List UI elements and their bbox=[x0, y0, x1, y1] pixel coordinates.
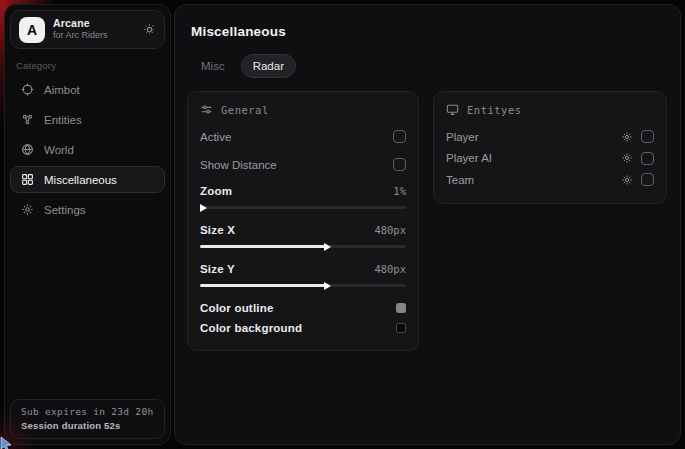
sidebar-item-label: Miscellaneous bbox=[44, 174, 117, 186]
active-row: Active bbox=[200, 126, 406, 147]
player-ai-label: Player AI bbox=[446, 152, 621, 164]
globe-icon bbox=[21, 143, 34, 156]
general-panel-title: General bbox=[221, 104, 269, 116]
monitor-icon bbox=[446, 103, 459, 116]
grid-icon bbox=[21, 173, 34, 186]
player-row: Player bbox=[446, 126, 654, 148]
team-checkbox[interactable] bbox=[641, 173, 654, 186]
zoom-value: 1% bbox=[393, 185, 406, 197]
entities-panel-header: Entityes bbox=[446, 103, 654, 116]
size-x-slider-fill bbox=[200, 245, 326, 248]
sidebar-item-miscellaneous[interactable]: Miscellaneous bbox=[10, 166, 165, 193]
main-panel: Miscellaneous Misc Radar General Active bbox=[174, 4, 681, 445]
subscription-status-card: Sub expires in 23d 20h Session duration … bbox=[10, 399, 165, 439]
tab-misc[interactable]: Misc bbox=[189, 54, 237, 78]
size-y-slider[interactable] bbox=[200, 284, 406, 287]
player-ai-checkbox[interactable] bbox=[641, 152, 654, 165]
size-x-row: Size X 480px bbox=[200, 219, 406, 240]
gear-icon[interactable] bbox=[621, 131, 633, 143]
general-panel-header: General bbox=[200, 103, 406, 116]
session-duration-text: Session duration 52s bbox=[21, 420, 154, 431]
app-name: Arcane bbox=[53, 17, 108, 30]
size-x-label: Size X bbox=[200, 224, 235, 236]
sub-expires-text: Sub expires in 23d 20h bbox=[21, 406, 154, 417]
team-row: Team bbox=[446, 169, 654, 191]
app-logo: A bbox=[19, 17, 45, 43]
size-y-value: 480px bbox=[374, 263, 406, 275]
color-background-swatch[interactable] bbox=[396, 323, 406, 333]
player-checkbox[interactable] bbox=[641, 130, 654, 143]
sidebar-nav: Aimbot Entities World bbox=[5, 76, 170, 223]
gear-icon[interactable] bbox=[621, 174, 633, 186]
zoom-slider-thumb[interactable] bbox=[200, 204, 207, 212]
color-background-label: Color background bbox=[200, 322, 302, 334]
player-ai-row: Player AI bbox=[446, 148, 654, 170]
zoom-slider[interactable] bbox=[200, 206, 406, 209]
gear-icon[interactable] bbox=[621, 152, 633, 164]
color-outline-swatch[interactable] bbox=[396, 303, 406, 313]
sidebar-item-label: Settings bbox=[44, 204, 86, 216]
cards-row: General Active Show Distance Zoom 1% bbox=[187, 91, 668, 351]
category-label: Category bbox=[16, 60, 159, 71]
sidebar-item-world[interactable]: World bbox=[10, 136, 165, 163]
size-y-slider-fill bbox=[200, 284, 326, 287]
size-x-slider[interactable] bbox=[200, 245, 406, 248]
sidebar-item-settings[interactable]: Settings bbox=[10, 196, 165, 223]
size-x-slider-thumb[interactable] bbox=[324, 243, 331, 251]
sidebar-item-label: World bbox=[44, 144, 74, 156]
active-label: Active bbox=[200, 131, 231, 143]
sidebar-item-label: Entities bbox=[44, 114, 82, 126]
tab-bar: Misc Radar bbox=[189, 54, 668, 78]
active-checkbox[interactable] bbox=[393, 130, 406, 143]
tab-radar[interactable]: Radar bbox=[241, 54, 296, 78]
sidebar-item-aimbot[interactable]: Aimbot bbox=[10, 76, 165, 103]
size-y-label: Size Y bbox=[200, 263, 235, 275]
entities-panel-title: Entityes bbox=[467, 104, 522, 116]
app-window: A Arcane for Arc Riders Category bbox=[0, 0, 685, 449]
size-y-slider-thumb[interactable] bbox=[324, 282, 331, 290]
color-outline-row: Color outline bbox=[200, 297, 406, 318]
team-label: Team bbox=[446, 174, 621, 186]
crosshair-icon bbox=[21, 83, 34, 96]
show-distance-label: Show Distance bbox=[200, 159, 277, 171]
zoom-row: Zoom 1% bbox=[200, 180, 406, 201]
app-titles: Arcane for Arc Riders bbox=[53, 17, 108, 41]
app-subtitle: for Arc Riders bbox=[53, 30, 108, 41]
show-distance-row: Show Distance bbox=[200, 154, 406, 175]
player-label: Player bbox=[446, 131, 621, 143]
show-distance-checkbox[interactable] bbox=[393, 158, 406, 171]
gear-icon bbox=[21, 203, 34, 216]
size-y-row: Size Y 480px bbox=[200, 258, 406, 279]
app-header-card: A Arcane for Arc Riders bbox=[10, 10, 165, 49]
zoom-label: Zoom bbox=[200, 185, 232, 197]
entities-icon bbox=[21, 113, 34, 126]
gear-icon[interactable] bbox=[143, 23, 156, 36]
sidebar-item-entities[interactable]: Entities bbox=[10, 106, 165, 133]
entities-panel: Entityes Player Player AI bbox=[433, 91, 667, 204]
sidebar: A Arcane for Arc Riders Category bbox=[4, 4, 171, 445]
sliders-icon bbox=[200, 103, 213, 116]
page-title: Miscellaneous bbox=[191, 24, 664, 39]
color-background-row: Color background bbox=[200, 317, 406, 338]
general-panel: General Active Show Distance Zoom 1% bbox=[187, 91, 419, 351]
color-outline-label: Color outline bbox=[200, 302, 274, 314]
sidebar-item-label: Aimbot bbox=[44, 84, 80, 96]
size-x-value: 480px bbox=[374, 224, 406, 236]
